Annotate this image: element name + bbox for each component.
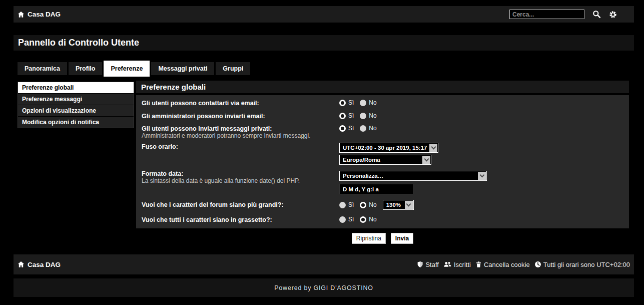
timezone-select[interactable]: UTC+02:00 - 30 apr 2019, 15:17 bbox=[339, 143, 438, 153]
clock-icon bbox=[534, 261, 541, 268]
footer-home-link[interactable]: Casa DAG bbox=[18, 261, 61, 268]
radio-group-bigger-font: Sì No 130% bbox=[339, 200, 414, 210]
label-timezone: Fuso orario: bbox=[142, 143, 332, 150]
sidebar-item-preferenze-messaggi[interactable]: Preferenze messaggi bbox=[18, 94, 134, 105]
desc-private-messages: Amministratori e moderatori potranno sem… bbox=[142, 132, 342, 139]
panel-header: Preferenze globali bbox=[136, 81, 629, 93]
chevron-down-icon bbox=[478, 172, 486, 180]
radio-label-si: Sì bbox=[348, 201, 354, 208]
home-icon bbox=[18, 261, 25, 268]
radio-all-bold-no[interactable] bbox=[360, 216, 366, 223]
label-date-format: Formato data: bbox=[142, 170, 332, 177]
label-admin-email: Gli amministratori possono inviarti emai… bbox=[142, 113, 332, 120]
custom-date-format-input[interactable] bbox=[339, 184, 413, 194]
settings-gear-icon[interactable] bbox=[609, 11, 617, 19]
radio-group-admin-email: Sì No bbox=[339, 112, 377, 119]
radio-label-no: No bbox=[369, 201, 376, 208]
tab-panoramica[interactable]: Panoramica bbox=[18, 62, 67, 75]
preferences-sidebar: Preferenze globali Preferenze messaggi O… bbox=[18, 82, 134, 128]
timezone-city-select[interactable]: Europa/Roma bbox=[339, 155, 431, 165]
timezone-select-wrap: UTC+02:00 - 30 apr 2019, 15:17 bbox=[339, 143, 438, 153]
radio-bigger-font-no[interactable] bbox=[360, 202, 366, 208]
powered-by-text: Powered by GIGI D'AGOSTINO bbox=[274, 284, 373, 291]
timezone-city-select-wrap: Europa/Roma bbox=[339, 155, 431, 165]
tab-gruppi[interactable]: Gruppi bbox=[216, 62, 250, 75]
radio-group-private-messages: Sì No bbox=[339, 125, 377, 132]
label-contact-email: Gli utenti possono contattarti via email… bbox=[142, 100, 332, 107]
page-title: Pannello di Controllo Utente bbox=[18, 38, 139, 48]
tab-profilo[interactable]: Profilo bbox=[69, 62, 103, 75]
radio-label-si: Sì bbox=[348, 125, 354, 132]
desc-date-format: La sintassi della data è uguale alla fun… bbox=[142, 177, 342, 184]
radio-label-si: Sì bbox=[348, 112, 354, 119]
chevron-down-icon bbox=[422, 156, 430, 164]
panel-heading: Preferenze globali bbox=[141, 83, 206, 91]
tab-messaggi-privati[interactable]: Messaggi privati bbox=[151, 62, 214, 75]
radio-label-no: No bbox=[369, 112, 376, 119]
topbar: Casa DAG bbox=[14, 6, 634, 23]
reset-button[interactable]: Ripristina bbox=[352, 233, 386, 244]
topbar-right bbox=[509, 10, 630, 19]
search-icon[interactable] bbox=[592, 10, 601, 19]
radio-bigger-font-si[interactable] bbox=[339, 202, 346, 208]
date-format-select-wrap: Personalizza… bbox=[339, 171, 487, 181]
label-all-bold: Vuoi che tutti i caratteri siano in gras… bbox=[142, 216, 332, 223]
footer-brand-label: Casa DAG bbox=[28, 261, 61, 268]
footer: Casa DAG Staff Iscritti Cancella cookie bbox=[14, 254, 634, 274]
search-input[interactable] bbox=[509, 10, 584, 19]
radio-private-messages-si[interactable] bbox=[339, 125, 346, 132]
form-actions: Ripristina Invia bbox=[136, 233, 629, 244]
chevron-down-icon bbox=[405, 201, 413, 209]
sidebar-item-opzioni-notifica[interactable]: Modifica opzioni di notifica bbox=[18, 117, 134, 128]
radio-label-no: No bbox=[369, 216, 376, 223]
sidebar-item-preferenze-globali[interactable]: Preferenze globali bbox=[18, 82, 134, 94]
font-size-select[interactable]: 130% bbox=[383, 200, 414, 210]
ucp-tabs: Panoramica Profilo Preferenze Messaggi p… bbox=[18, 61, 252, 77]
date-format-select[interactable]: Personalizza… bbox=[339, 171, 487, 181]
radio-contact-email-no[interactable] bbox=[360, 100, 366, 106]
radio-private-messages-no[interactable] bbox=[360, 125, 366, 132]
global-preferences-form: Gli utenti possono contattarti via email… bbox=[136, 95, 629, 228]
footer-link-staff[interactable]: Staff bbox=[417, 261, 439, 268]
radio-admin-email-no[interactable] bbox=[360, 113, 366, 119]
sidebar-item-opzioni-visualizzazione[interactable]: Opzioni di visualizzazione bbox=[18, 105, 134, 117]
footer-timezone-note: Tutti gli orari sono UTC+02:00 bbox=[534, 261, 630, 268]
footer-link-iscritti[interactable]: Iscritti bbox=[443, 261, 471, 268]
label-bigger-font: Vuoi che i caratteri del forum siano più… bbox=[142, 201, 332, 208]
page-title-bar: Pannello di Controllo Utente bbox=[14, 35, 634, 51]
page: Casa DAG Pannello di Controllo Utente Pa… bbox=[0, 0, 644, 305]
powered-by-bar: Powered by GIGI D'AGOSTINO bbox=[14, 278, 634, 297]
footer-links: Staff Iscritti Cancella cookie Tutti gli… bbox=[412, 261, 630, 268]
home-icon bbox=[18, 11, 25, 18]
home-link[interactable]: Casa DAG bbox=[18, 11, 61, 18]
radio-label-no: No bbox=[369, 125, 376, 132]
label-private-messages: Gli utenti possono inviarti messaggi pri… bbox=[142, 125, 332, 132]
brand-label: Casa DAG bbox=[28, 11, 61, 18]
radio-label-si: Sì bbox=[348, 216, 354, 223]
radio-all-bold-si[interactable] bbox=[339, 216, 346, 223]
radio-contact-email-si[interactable] bbox=[339, 100, 346, 106]
radio-label-no: No bbox=[369, 99, 376, 106]
tab-preferenze[interactable]: Preferenze bbox=[104, 61, 150, 77]
users-icon bbox=[443, 261, 452, 268]
trash-icon bbox=[475, 261, 482, 268]
footer-link-cancella-cookie[interactable]: Cancella cookie bbox=[475, 261, 530, 268]
radio-group-all-bold: Sì No bbox=[339, 216, 377, 223]
chevron-down-icon bbox=[429, 144, 437, 152]
radio-label-si: Sì bbox=[348, 99, 354, 106]
radio-group-contact-email: Sì No bbox=[339, 99, 377, 106]
shield-icon bbox=[417, 261, 423, 268]
submit-button[interactable]: Invia bbox=[391, 233, 413, 244]
radio-admin-email-si[interactable] bbox=[339, 113, 346, 119]
